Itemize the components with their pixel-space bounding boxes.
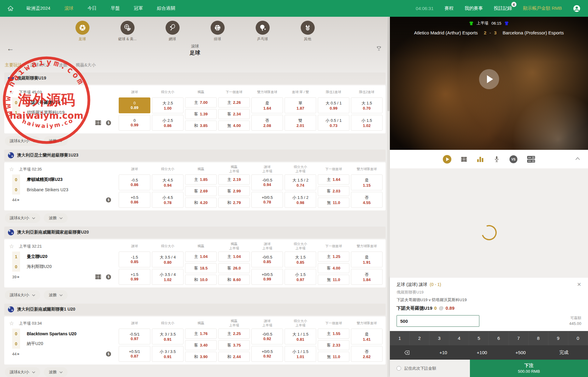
odds-cell[interactable]: 客26.0 [218, 263, 250, 273]
nav-schedule[interactable]: 賽程 [445, 5, 454, 11]
odds-cell[interactable]: 客18.5 [185, 263, 217, 273]
tab-波膽[interactable]: 波膽 [59, 62, 67, 68]
odds-cell[interactable]: 雙2.01 [285, 115, 316, 131]
odds-cell[interactable]: 主2.19 [218, 174, 250, 185]
odds-cell[interactable]: 和3.85 [185, 121, 217, 131]
more-markets-link[interactable]: 44▶ [12, 198, 19, 202]
filter-pill-correct-score[interactable]: 波膽 [44, 290, 68, 300]
place-bet-button[interactable]: 下注 500.00 RMB [470, 360, 588, 377]
odds-cell[interactable]: 小 3.5 / 41.02 [152, 269, 184, 285]
sport-tab-pingpong[interactable]: 乒乓球 [249, 21, 277, 42]
money-icon[interactable]: $ [106, 351, 111, 357]
odds-cell[interactable]: 小 3 / 3.50.91 [152, 346, 184, 362]
favorite-star-icon[interactable]: ☆ [9, 244, 14, 249]
odds-cell[interactable]: +0/0.50.92 [251, 346, 283, 362]
odds-cell[interactable]: 是1.41 [351, 329, 383, 344]
odds-cell[interactable]: 小 1.50.97 [285, 269, 316, 285]
odds-cell[interactable]: 無11.0 [318, 198, 349, 208]
filter-pill-handicap[interactable]: 讓球&大/小 [5, 290, 40, 300]
menu-item-綜合過關[interactable]: 綜合過關 [157, 5, 175, 11]
odds-cell[interactable]: 和3.90 [185, 352, 217, 362]
odds-cell[interactable]: +0/0.50.99 [251, 269, 283, 285]
odds-cell[interactable]: 無11.0 [318, 275, 349, 285]
odds-cell[interactable]: 小 1 / 1.51.01 [285, 346, 316, 362]
odds-cell[interactable]: -0.5/10.97 [119, 329, 150, 344]
odds-cell[interactable]: 大 3.5 / 40.80 [152, 252, 184, 267]
vs-tool-icon[interactable]: VS [509, 155, 518, 164]
scrollbar[interactable] [387, 17, 390, 377]
odds-cell[interactable]: 00.89 [119, 97, 150, 113]
menu-item-早盤[interactable]: 早盤 [110, 5, 120, 11]
odds-cell[interactable]: 單1.87 [285, 97, 316, 113]
odds-cell[interactable]: 客2.69 [185, 186, 217, 196]
live-video-player[interactable]: 上半場 06:15 Atletico Madrid (Arthur) Espor… [390, 17, 588, 150]
favorite-star-icon[interactable]: ☆ [9, 321, 14, 326]
sport-tab-volleyball[interactable]: 排球 [204, 21, 232, 42]
numpad-key-0[interactable]: 0 [568, 331, 588, 345]
scrollbar-thumb[interactable] [387, 17, 390, 111]
odds-cell[interactable]: 主1.25 [318, 252, 349, 262]
odds-cell[interactable]: 主1.55 [318, 329, 349, 339]
odds-cell[interactable]: 大 4.50.94 [152, 174, 184, 190]
trophy-icon[interactable] [376, 45, 382, 53]
tab-讓球&大小[interactable]: 讓球&大小 [30, 62, 50, 68]
odds-cell[interactable]: 主2.25 [218, 329, 250, 339]
numpad-key-4[interactable]: 4 [449, 331, 469, 345]
favorite-star-icon[interactable]: ☆ [9, 167, 14, 172]
money-icon[interactable]: $ [106, 120, 111, 126]
numpad-key-1[interactable]: 1 [390, 331, 410, 345]
odds-cell[interactable]: 客3.40 [185, 340, 217, 350]
chart-tool-icon[interactable] [476, 156, 484, 163]
odds-cell[interactable]: 和4.20 [185, 198, 217, 208]
more-markets-link[interactable]: 39▶ [12, 275, 19, 279]
odds-cell[interactable]: 大 1.50.85 [285, 252, 316, 267]
odds-cell[interactable]: 是1.15 [351, 174, 383, 190]
odds-cell[interactable]: 主7.00 [185, 97, 217, 107]
odds-cell[interactable]: 是1.64 [251, 97, 283, 113]
odds-cell[interactable]: 小 1.51.02 [351, 115, 383, 131]
odds-cell[interactable]: 主1.76 [185, 329, 217, 339]
nav-bet-records[interactable]: 投註記錄 4 [494, 5, 512, 11]
odds-cell[interactable]: 和8.60 [218, 275, 250, 285]
odds-cell[interactable]: 小 4.50.78 [152, 192, 184, 208]
odds-cell[interactable]: 小 1.5 / 20.98 [285, 192, 316, 208]
filter-pill-handicap[interactable]: 讓球&大/小 [5, 367, 40, 377]
odds-cell[interactable]: 無4.00 [218, 121, 250, 131]
menu-item-冠軍[interactable]: 冠軍 [134, 5, 143, 11]
odds-cell[interactable]: 主2.26 [218, 97, 250, 107]
odds-cell[interactable]: -0/0.50.94 [251, 174, 283, 190]
remember-radio[interactable] [397, 366, 401, 371]
odds-cell[interactable]: +1.50.99 [119, 269, 150, 285]
numpad-key-2[interactable]: 2 [410, 331, 429, 345]
collapse-chevron-icon[interactable] [575, 156, 580, 161]
numpad-key-7[interactable]: 7 [509, 331, 529, 345]
filter-pill-correct-score[interactable]: 波膽 [44, 367, 68, 377]
odds-cell[interactable]: +0/0.50.78 [251, 192, 283, 208]
backspace-key[interactable] [390, 350, 424, 356]
odds-cell[interactable]: 客1.39 [185, 109, 217, 119]
filter-pill-correct-score[interactable]: 波膽 [44, 136, 68, 146]
odds-cell[interactable]: 客2.34 [218, 109, 250, 119]
betslip-close-icon[interactable]: ✕ [577, 281, 581, 288]
odds-cell[interactable]: 主1.85 [185, 174, 217, 185]
odds-cell[interactable]: 大 3 / 3.50.91 [152, 329, 184, 344]
filter-pill-handicap[interactable]: 讓球&大/小 [5, 213, 40, 223]
video-play-button[interactable] [479, 69, 499, 89]
sport-tab-tennis[interactable]: 網球 [159, 21, 187, 42]
home-icon[interactable] [7, 5, 14, 12]
remember-stake-option[interactable]: 記住此次下註金額 [390, 360, 470, 377]
numpad-key-9[interactable]: 9 [548, 331, 568, 345]
odds-cell[interactable]: 大 2.51.00 [152, 97, 184, 113]
odds-cell[interactable]: 大 1.5 / 20.74 [285, 174, 316, 190]
numpad-done-button[interactable]: 完成 [540, 350, 588, 355]
numpad-key-3[interactable]: 3 [429, 331, 449, 345]
odds-cell[interactable]: 否4.55 [351, 192, 383, 208]
odds-cell[interactable]: -1.50.85 [119, 252, 150, 267]
numpad-key-8[interactable]: 8 [529, 331, 548, 345]
odds-cell[interactable]: 主1.04 [218, 252, 250, 262]
menu-item-滾球[interactable]: 滾球 [64, 5, 73, 11]
odds-cell[interactable]: 大 1.50.70 [351, 97, 383, 113]
sport-tab-football[interactable]: 足球 [68, 21, 96, 42]
odds-cell[interactable]: 客2.33 [318, 340, 349, 350]
odds-cell[interactable]: 小 2.50.86 [152, 115, 184, 131]
